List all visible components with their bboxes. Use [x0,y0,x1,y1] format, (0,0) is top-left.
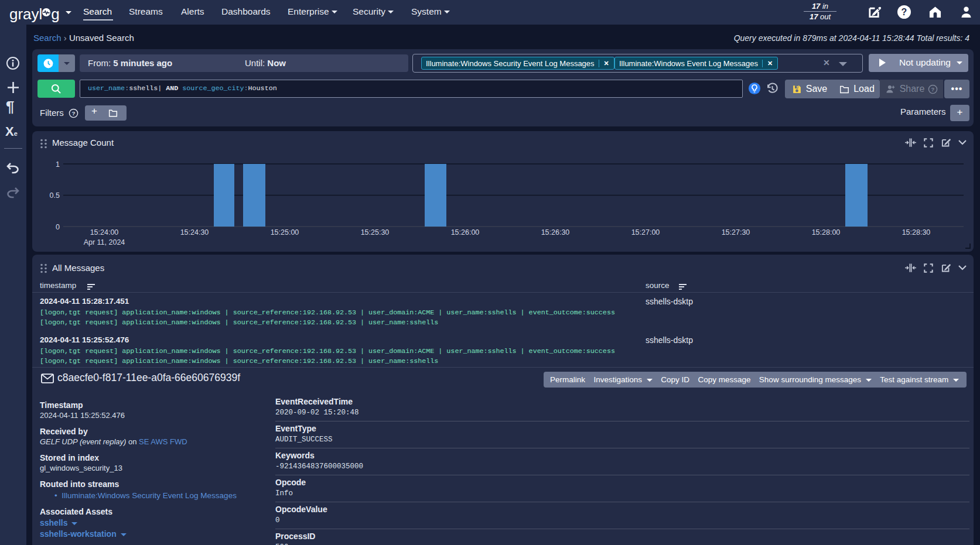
svg-text:?: ? [71,110,75,116]
svg-text:15:25:00: 15:25:00 [271,228,299,236]
svg-text:?: ? [931,85,935,92]
svg-text:0: 0 [56,223,60,231]
svg-text:15:27:30: 15:27:30 [722,228,750,236]
svg-text:Apr 11, 2024: Apr 11, 2024 [84,238,125,246]
svg-text:15:27:00: 15:27:00 [631,228,660,236]
svg-text:1: 1 [56,160,60,169]
svg-text:15:24:30: 15:24:30 [180,228,209,236]
svg-text:15:25:30: 15:25:30 [361,228,390,236]
svg-text:15:26:30: 15:26:30 [541,228,570,236]
svg-text:0.5: 0.5 [50,191,60,200]
svg-text:15:28:00: 15:28:00 [812,228,841,236]
svg-text:15:26:00: 15:26:00 [451,228,480,236]
svg-text:15:28:30: 15:28:30 [902,228,931,236]
svg-text:15:24:00: 15:24:00 [90,228,119,236]
